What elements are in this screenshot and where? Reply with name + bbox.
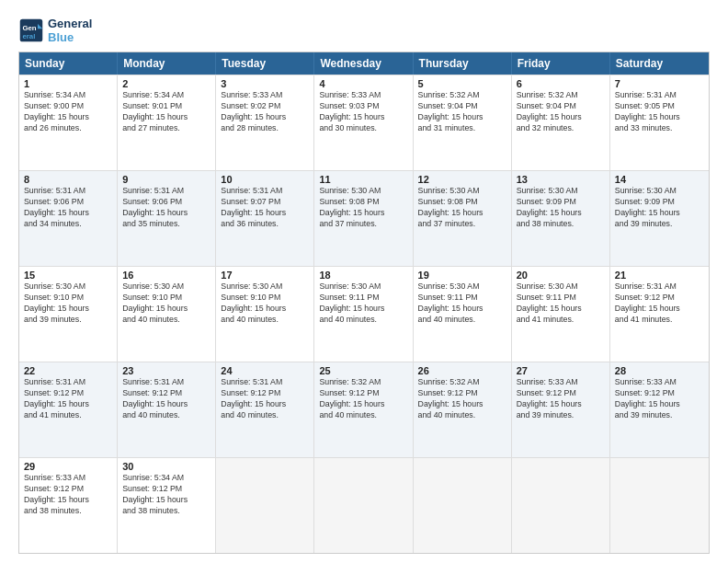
day-number: 30: [122, 461, 210, 472]
day-info: Sunrise: 5:34 AMSunset: 9:01 PMDaylight:…: [122, 90, 210, 134]
calendar-row: 22Sunrise: 5:31 AMSunset: 9:12 PMDayligh…: [19, 362, 709, 457]
day-info: Sunrise: 5:33 AMSunset: 9:03 PMDaylight:…: [319, 90, 407, 134]
calendar-cell: 8Sunrise: 5:31 AMSunset: 9:06 PMDaylight…: [19, 171, 118, 266]
calendar-cell: 23Sunrise: 5:31 AMSunset: 9:12 PMDayligh…: [118, 362, 216, 457]
svg-text:Gen: Gen: [22, 24, 36, 32]
calendar-cell: [216, 458, 314, 553]
day-number: 4: [319, 78, 407, 89]
day-number: 17: [221, 270, 309, 281]
day-info: Sunrise: 5:31 AMSunset: 9:12 PMDaylight:…: [122, 377, 210, 421]
day-number: 2: [122, 78, 210, 89]
day-info: Sunrise: 5:30 AMSunset: 9:09 PMDaylight:…: [517, 186, 605, 230]
weekday-header: Thursday: [414, 52, 512, 75]
calendar-row: 1Sunrise: 5:34 AMSunset: 9:00 PMDaylight…: [19, 75, 709, 170]
calendar-cell: 9Sunrise: 5:31 AMSunset: 9:06 PMDaylight…: [118, 171, 216, 266]
calendar-cell: 16Sunrise: 5:30 AMSunset: 9:10 PMDayligh…: [118, 267, 216, 362]
calendar-cell: 4Sunrise: 5:33 AMSunset: 9:03 PMDaylight…: [314, 75, 413, 170]
weekday-header: Monday: [118, 52, 216, 75]
day-info: Sunrise: 5:30 AMSunset: 9:10 PMDaylight:…: [221, 282, 309, 326]
day-info: Sunrise: 5:30 AMSunset: 9:08 PMDaylight:…: [319, 186, 407, 230]
calendar-cell: 24Sunrise: 5:31 AMSunset: 9:12 PMDayligh…: [216, 362, 314, 457]
calendar-row: 8Sunrise: 5:31 AMSunset: 9:06 PMDaylight…: [19, 170, 709, 266]
calendar-cell: 7Sunrise: 5:31 AMSunset: 9:05 PMDaylight…: [610, 75, 709, 170]
day-number: 7: [615, 78, 704, 89]
day-info: Sunrise: 5:31 AMSunset: 9:12 PMDaylight:…: [24, 377, 112, 421]
day-info: Sunrise: 5:32 AMSunset: 9:04 PMDaylight:…: [418, 90, 506, 134]
day-number: 19: [418, 270, 506, 281]
calendar-cell: 28Sunrise: 5:33 AMSunset: 9:12 PMDayligh…: [610, 362, 709, 457]
calendar-cell: 10Sunrise: 5:31 AMSunset: 9:07 PMDayligh…: [216, 171, 314, 266]
logo: Gen eral General Blue: [18, 17, 92, 44]
day-info: Sunrise: 5:33 AMSunset: 9:02 PMDaylight:…: [221, 90, 309, 134]
day-info: Sunrise: 5:31 AMSunset: 9:05 PMDaylight:…: [615, 90, 704, 134]
day-number: 26: [418, 365, 506, 376]
day-number: 5: [418, 78, 506, 89]
logo-text: General Blue: [48, 17, 92, 44]
calendar-cell: [414, 458, 512, 553]
calendar-cell: 6Sunrise: 5:32 AMSunset: 9:04 PMDaylight…: [512, 75, 610, 170]
day-number: 29: [24, 461, 112, 472]
day-number: 15: [24, 270, 112, 281]
day-info: Sunrise: 5:31 AMSunset: 9:06 PMDaylight:…: [122, 186, 210, 230]
day-number: 25: [319, 365, 407, 376]
day-number: 3: [221, 78, 309, 89]
day-number: 11: [319, 174, 407, 185]
day-number: 18: [319, 270, 407, 281]
calendar-cell: 27Sunrise: 5:33 AMSunset: 9:12 PMDayligh…: [512, 362, 610, 457]
calendar-cell: 1Sunrise: 5:34 AMSunset: 9:00 PMDaylight…: [19, 75, 118, 170]
day-number: 8: [24, 174, 112, 185]
day-info: Sunrise: 5:31 AMSunset: 9:12 PMDaylight:…: [615, 282, 704, 326]
day-number: 27: [517, 365, 605, 376]
day-number: 1: [24, 78, 112, 89]
day-number: 14: [615, 174, 704, 185]
calendar-cell: [512, 458, 610, 553]
day-number: 28: [615, 365, 704, 376]
page: Gen eral General Blue SundayMondayTuesda…: [0, 0, 728, 563]
calendar-cell: 13Sunrise: 5:30 AMSunset: 9:09 PMDayligh…: [512, 171, 610, 266]
calendar-cell: 29Sunrise: 5:33 AMSunset: 9:12 PMDayligh…: [19, 458, 118, 553]
calendar-cell: 19Sunrise: 5:30 AMSunset: 9:11 PMDayligh…: [414, 267, 512, 362]
weekday-header: Tuesday: [216, 52, 314, 75]
day-info: Sunrise: 5:31 AMSunset: 9:12 PMDaylight:…: [221, 377, 309, 421]
day-number: 12: [418, 174, 506, 185]
day-number: 16: [122, 270, 210, 281]
calendar-cell: 15Sunrise: 5:30 AMSunset: 9:10 PMDayligh…: [19, 267, 118, 362]
calendar-cell: [314, 458, 413, 553]
calendar-cell: 11Sunrise: 5:30 AMSunset: 9:08 PMDayligh…: [314, 171, 413, 266]
weekday-header: Sunday: [19, 52, 118, 75]
day-number: 13: [517, 174, 605, 185]
day-info: Sunrise: 5:33 AMSunset: 9:12 PMDaylight:…: [517, 377, 605, 421]
day-info: Sunrise: 5:30 AMSunset: 9:11 PMDaylight:…: [517, 282, 605, 326]
day-number: 22: [24, 365, 112, 376]
calendar-cell: 21Sunrise: 5:31 AMSunset: 9:12 PMDayligh…: [610, 267, 709, 362]
day-info: Sunrise: 5:31 AMSunset: 9:06 PMDaylight:…: [24, 186, 112, 230]
day-number: 9: [122, 174, 210, 185]
day-info: Sunrise: 5:32 AMSunset: 9:12 PMDaylight:…: [418, 377, 506, 421]
calendar-cell: 3Sunrise: 5:33 AMSunset: 9:02 PMDaylight…: [216, 75, 314, 170]
calendar-cell: [610, 458, 709, 553]
day-number: 21: [615, 270, 704, 281]
day-info: Sunrise: 5:30 AMSunset: 9:10 PMDaylight:…: [122, 282, 210, 326]
calendar-cell: 2Sunrise: 5:34 AMSunset: 9:01 PMDaylight…: [118, 75, 216, 170]
day-info: Sunrise: 5:34 AMSunset: 9:00 PMDaylight:…: [24, 90, 112, 134]
day-info: Sunrise: 5:32 AMSunset: 9:04 PMDaylight:…: [517, 90, 605, 134]
calendar-header: SundayMondayTuesdayWednesdayThursdayFrid…: [19, 52, 709, 75]
day-info: Sunrise: 5:30 AMSunset: 9:10 PMDaylight:…: [24, 282, 112, 326]
day-number: 24: [221, 365, 309, 376]
calendar-cell: 20Sunrise: 5:30 AMSunset: 9:11 PMDayligh…: [512, 267, 610, 362]
day-info: Sunrise: 5:34 AMSunset: 9:12 PMDaylight:…: [122, 473, 210, 517]
day-info: Sunrise: 5:33 AMSunset: 9:12 PMDaylight:…: [615, 377, 704, 421]
calendar-cell: 25Sunrise: 5:32 AMSunset: 9:12 PMDayligh…: [314, 362, 413, 457]
calendar-cell: 30Sunrise: 5:34 AMSunset: 9:12 PMDayligh…: [118, 458, 216, 553]
day-info: Sunrise: 5:30 AMSunset: 9:09 PMDaylight:…: [615, 186, 704, 230]
day-info: Sunrise: 5:30 AMSunset: 9:11 PMDaylight:…: [319, 282, 407, 326]
day-number: 10: [221, 174, 309, 185]
weekday-header: Wednesday: [314, 52, 413, 75]
day-number: 23: [122, 365, 210, 376]
day-info: Sunrise: 5:32 AMSunset: 9:12 PMDaylight:…: [319, 377, 407, 421]
calendar-cell: 14Sunrise: 5:30 AMSunset: 9:09 PMDayligh…: [610, 171, 709, 266]
day-number: 20: [517, 270, 605, 281]
calendar-body: 1Sunrise: 5:34 AMSunset: 9:00 PMDaylight…: [19, 75, 709, 553]
day-number: 6: [517, 78, 605, 89]
calendar-cell: 26Sunrise: 5:32 AMSunset: 9:12 PMDayligh…: [414, 362, 512, 457]
